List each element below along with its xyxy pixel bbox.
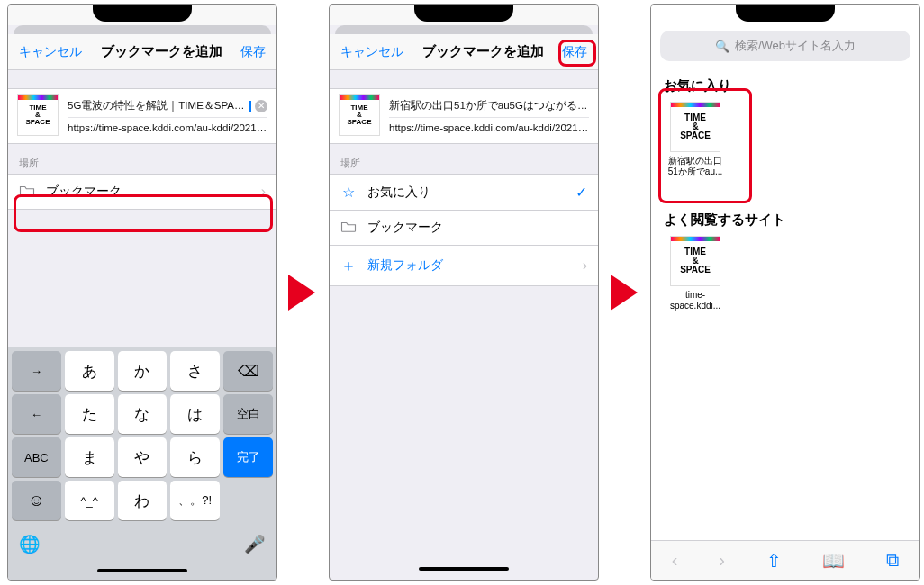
status-bar	[330, 5, 598, 25]
nav-title: ブックマークを追加	[101, 43, 222, 60]
newfolder-label: 新規フォルダ	[367, 257, 443, 274]
bookmark-edit-block: TIME&SPACE 新宿駅の出口51か所でau5Gはつながるのか？現… htt…	[330, 88, 598, 144]
navbar: キャンセル ブックマークを追加 保存	[330, 34, 598, 70]
home-indicator	[419, 567, 509, 571]
cancel-button[interactable]: キャンセル	[19, 44, 82, 60]
key-ra[interactable]: ら	[170, 437, 220, 477]
tabs-icon[interactable]: ⧉	[886, 550, 899, 571]
key-na[interactable]: な	[118, 394, 168, 434]
home-indicator	[97, 569, 187, 572]
next-arrow-icon	[288, 274, 315, 310]
favorite-tile[interactable]: TIME&SPACE 新宿駅の出口51か所でau...	[664, 102, 727, 177]
check-icon: ✓	[575, 184, 587, 201]
sheet-edge	[335, 25, 593, 34]
key-face[interactable]: ^_^	[65, 481, 114, 520]
folder-row-bookmarks[interactable]: ブックマーク ›	[8, 174, 276, 210]
mic-icon[interactable]: 🎤	[237, 524, 273, 563]
folder-icon	[340, 220, 357, 236]
key-punct[interactable]: 、。?!	[170, 481, 220, 520]
folder-label: ブックマーク	[46, 184, 122, 200]
status-bar	[651, 5, 919, 25]
key-spacebar[interactable]: 空白	[223, 394, 273, 434]
clear-icon[interactable]: ✕	[255, 100, 267, 112]
chevron-right-icon: ›	[583, 257, 587, 274]
key-wa[interactable]: わ	[118, 481, 168, 520]
search-icon: 🔍	[715, 40, 729, 53]
site-favicon: TIME&SPACE	[339, 94, 380, 136]
forward-icon[interactable]: ›	[719, 550, 725, 571]
key-done[interactable]: 完了	[223, 437, 273, 477]
back-icon[interactable]: ‹	[672, 550, 678, 571]
folder-icon	[19, 184, 35, 200]
bookmark-title-field[interactable]: 新宿駅の出口51か所でau5Gはつながるのか？現…	[389, 94, 589, 117]
location-section-label: 場所	[8, 144, 276, 174]
folder-row-bookmarks[interactable]: ブックマーク	[330, 211, 598, 246]
key-ta[interactable]: た	[65, 394, 114, 434]
search-input[interactable]: 🔍 検索/Webサイト名入力	[660, 31, 910, 61]
favorite-caption: 新宿駅の出口51か所でau...	[664, 156, 727, 177]
bookmark-title-field[interactable]: 5G電波の特性を解説｜TIME＆SPACE by KDDI ✕	[68, 94, 267, 117]
bookmarks-label: ブックマーク	[367, 220, 443, 236]
frequent-caption: time-space.kddi...	[664, 290, 727, 311]
next-arrow-icon	[611, 274, 638, 310]
key-ma[interactable]: ま	[65, 437, 114, 477]
site-favicon: TIME&SPACE	[670, 236, 720, 286]
location-section-label: 場所	[330, 144, 598, 174]
folder-row-favorites[interactable]: ☆ お気に入り ✓	[330, 174, 598, 211]
frequent-tile[interactable]: TIME&SPACE time-space.kddi...	[664, 236, 727, 311]
screen3: 🔍 検索/Webサイト名入力 お気に入り TIME&SPACE 新宿駅の出口51…	[650, 4, 920, 580]
key-ya[interactable]: や	[118, 437, 168, 477]
key-ha[interactable]: は	[170, 394, 220, 434]
chevron-right-icon: ›	[261, 184, 266, 200]
bookmarks-icon[interactable]: 📖	[822, 550, 845, 572]
navbar: キャンセル ブックマークを追加 保存	[8, 34, 276, 70]
share-icon[interactable]: ⇧	[766, 550, 782, 572]
key-emoji[interactable]: ☺	[12, 481, 61, 520]
key-a[interactable]: あ	[65, 351, 114, 391]
bookmark-edit-block: TIME&SPACE 5G電波の特性を解説｜TIME＆SPACE by KDDI…	[8, 88, 276, 144]
key-sa[interactable]: さ	[170, 351, 220, 391]
save-button[interactable]: 保存	[240, 44, 266, 60]
favorites-label: お気に入り	[367, 184, 430, 201]
save-button[interactable]: 保存	[562, 44, 587, 60]
bookmark-url-field[interactable]: https://time-space.kddi.com/au-kddi/2021…	[389, 117, 589, 138]
favorites-section-title: お気に入り	[651, 74, 919, 102]
sheet-edge	[14, 25, 271, 34]
nav-title: ブックマークを追加	[422, 43, 544, 60]
site-favicon: TIME&SPACE	[17, 94, 59, 136]
globe-icon[interactable]: 🌐	[12, 524, 48, 563]
key-abc[interactable]: ABC	[12, 437, 61, 477]
key-left[interactable]: ←	[12, 394, 61, 434]
site-favicon: TIME&SPACE	[670, 102, 720, 152]
text-cursor	[249, 101, 251, 112]
keyboard[interactable]: → あ か さ ⌫ ← た な は 空白 ABC ま や ら 完了 ☺ ^_^ …	[8, 347, 276, 580]
screen2: キャンセル ブックマークを追加 保存 TIME&SPACE 新宿駅の出口51か所…	[329, 4, 599, 580]
frequent-section-title: よく閲覧するサイト	[651, 208, 919, 236]
key-backspace[interactable]: ⌫	[223, 351, 273, 391]
star-icon: ☆	[340, 184, 357, 201]
status-bar	[8, 5, 276, 25]
screen1: キャンセル ブックマークを追加 保存 TIME&SPACE 5G電波の特性を解説…	[7, 4, 277, 580]
new-folder-row[interactable]: ＋ 新規フォルダ ›	[330, 246, 598, 286]
plus-icon: ＋	[340, 255, 357, 276]
key-ka[interactable]: か	[118, 351, 168, 391]
bottom-toolbar: ‹ › ⇧ 📖 ⧉	[651, 540, 919, 580]
cancel-button[interactable]: キャンセル	[340, 44, 403, 60]
search-placeholder: 検索/Webサイト名入力	[735, 38, 856, 54]
bookmark-url-field[interactable]: https://time-space.kddi.com/au-kddi/2021…	[68, 117, 267, 138]
key-arrow[interactable]: →	[12, 351, 61, 391]
